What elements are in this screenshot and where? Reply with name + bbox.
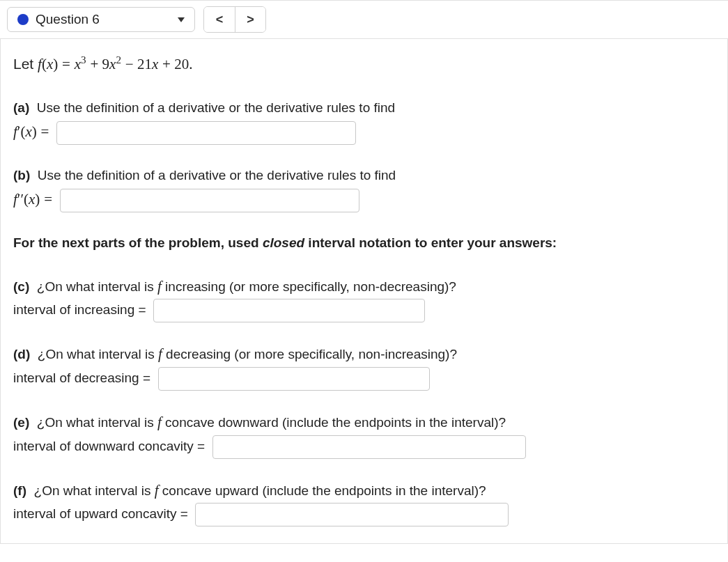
part-e: (e) ¿On what interval is f concave downw… bbox=[13, 410, 715, 459]
part-c-input[interactable] bbox=[153, 299, 425, 322]
let-text: Let bbox=[13, 56, 38, 72]
mid-instruction: For the next parts of the problem, used … bbox=[13, 232, 715, 254]
part-b: (b) Use the definition of a derivative o… bbox=[13, 164, 715, 212]
status-dot-icon bbox=[17, 14, 29, 25]
next-question-button[interactable]: > bbox=[235, 7, 265, 32]
part-f-lhs: interval of upward concavity = bbox=[13, 506, 188, 521]
part-e-lhs: interval of downward concavity = bbox=[13, 439, 205, 453]
question-body: Let f(x) = x3 + 9x2 − 21x + 20. (a) Use … bbox=[0, 39, 728, 544]
part-d-lhs: interval of decreasing = bbox=[13, 370, 150, 385]
chevron-right-icon: > bbox=[247, 13, 254, 27]
question-header-bar: Question 6 < > bbox=[0, 0, 728, 39]
part-c-lhs: interval of increasing = bbox=[13, 302, 146, 317]
question-label: Question 6 bbox=[36, 12, 100, 27]
part-a-input[interactable] bbox=[56, 121, 356, 145]
part-d: (d) ¿On what interval is f decreasing (o… bbox=[13, 342, 715, 391]
part-e-label: (e) bbox=[13, 415, 29, 430]
part-a: (a) Use the definition of a derivative o… bbox=[13, 97, 715, 145]
part-f: (f) ¿On what interval is f concave upwar… bbox=[13, 478, 715, 527]
part-e-input[interactable] bbox=[212, 435, 526, 459]
prev-question-button[interactable]: < bbox=[204, 7, 235, 32]
part-a-label: (a) bbox=[13, 100, 29, 115]
chevron-down-icon bbox=[178, 17, 185, 22]
problem-statement: Let f(x) = x3 + 9x2 − 21x + 20. bbox=[13, 52, 715, 77]
part-d-input[interactable] bbox=[158, 367, 430, 391]
part-a-text: Use the definition of a derivative or th… bbox=[37, 100, 395, 115]
part-f-label: (f) bbox=[13, 483, 26, 498]
part-b-text: Use the definition of a derivative or th… bbox=[38, 168, 396, 182]
part-b-label: (b) bbox=[13, 168, 30, 182]
part-d-label: (d) bbox=[13, 347, 30, 361]
part-c: (c) ¿On what interval is f increasing (o… bbox=[13, 274, 715, 323]
part-c-label: (c) bbox=[13, 279, 29, 294]
chevron-left-icon: < bbox=[216, 13, 224, 27]
part-f-input[interactable] bbox=[195, 503, 509, 526]
question-selector[interactable]: Question 6 bbox=[7, 7, 195, 32]
question-nav-group: < > bbox=[203, 6, 266, 33]
part-b-input[interactable] bbox=[60, 189, 359, 212]
